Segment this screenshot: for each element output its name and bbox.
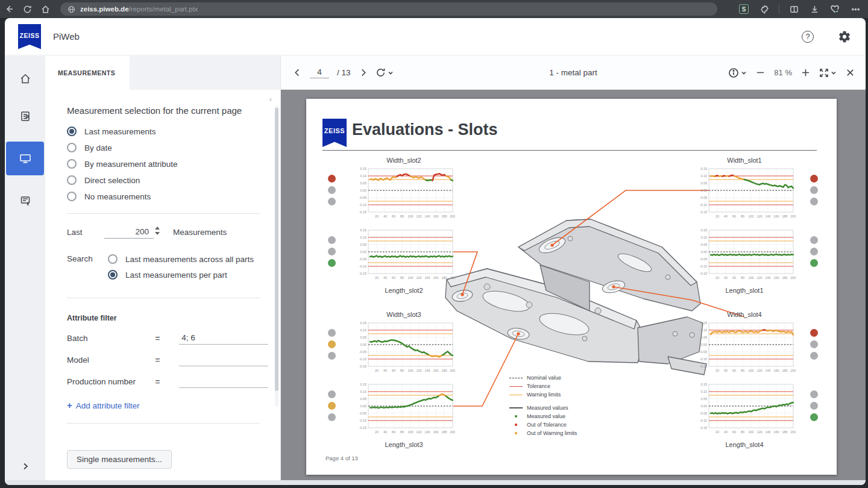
address-bar[interactable]: zeiss.piweb.de/reports/metal_part.ptx [60, 2, 717, 16]
traffic-light-green [810, 259, 818, 267]
browser-refresh-button[interactable] [18, 0, 36, 18]
legend-item: Nominal value [509, 374, 561, 382]
add-attribute-filter-link[interactable]: +Add attribute filter [67, 400, 140, 410]
selection-option[interactable]: Last measurements [67, 127, 268, 136]
svg-text:200: 200 [791, 214, 796, 218]
chevron-down-icon[interactable] [831, 70, 837, 76]
nav-report-edit-icon[interactable] [13, 189, 37, 213]
fit-to-screen-button[interactable] [819, 68, 837, 78]
radio-selected-icon[interactable] [108, 270, 118, 280]
panel-collapse-icon[interactable]: ‹ [269, 95, 272, 104]
model-filter-input[interactable] [179, 354, 268, 366]
refresh-report-button[interactable] [376, 67, 394, 78]
rail-expand-chevron[interactable] [5, 462, 45, 471]
close-report-button[interactable] [846, 68, 855, 77]
chart-width-slot4: Width_slot4204060801001201401601802000.1… [693, 311, 796, 380]
traffic-light-off [328, 236, 336, 244]
browser-menu-icon[interactable] [846, 0, 864, 18]
nav-monitor-icon[interactable] [6, 142, 44, 175]
svg-text:-0.15: -0.15 [359, 426, 366, 430]
svg-text:100: 100 [408, 276, 414, 280]
help-button[interactable]: ? [802, 31, 814, 43]
browser-back-button[interactable] [0, 0, 18, 18]
chevron-down-icon[interactable] [388, 70, 394, 76]
svg-text:20: 20 [375, 214, 379, 218]
radio-selected-icon[interactable] [67, 127, 77, 136]
browser-shield-icon[interactable] [755, 0, 773, 18]
svg-text:120: 120 [757, 369, 763, 372]
page-footer: Page 4 of 13 [326, 455, 358, 461]
svg-text:100: 100 [408, 369, 414, 372]
single-measurements-button[interactable]: Single measurements... [67, 450, 172, 469]
selection-option[interactable]: No measurements [67, 192, 268, 201]
prev-page-button[interactable] [293, 68, 302, 77]
batch-filter-input[interactable]: 4; 6 [179, 332, 268, 345]
svg-text:160: 160 [433, 430, 439, 434]
svg-text:-0.10: -0.10 [700, 264, 707, 268]
last-count-input[interactable]: 200 [104, 226, 154, 239]
extension-s-icon[interactable]: S [735, 0, 753, 18]
radio-unselected-icon[interactable] [108, 254, 118, 264]
traffic-light-off [810, 340, 818, 348]
production-number-filter-input[interactable] [179, 376, 268, 388]
tab-measurements[interactable]: MEASUREMENTS [45, 56, 130, 90]
viewer-toolbar: 4 / 13 1 - metal part [281, 56, 866, 90]
svg-text:200: 200 [450, 369, 456, 372]
legend-swatch-dot-green [509, 415, 523, 418]
svg-text:80: 80 [741, 369, 744, 372]
radio-unselected-icon[interactable] [67, 192, 77, 201]
nav-reports-icon[interactable] [13, 104, 37, 128]
chevron-down-icon[interactable] [741, 70, 747, 76]
svg-text:0.10: 0.10 [701, 328, 708, 332]
search-option[interactable]: Last measurements per part [108, 270, 254, 280]
page-number-input[interactable]: 4 [310, 67, 329, 78]
split-screen-icon[interactable] [785, 0, 803, 18]
legend-item: Measured values [509, 404, 577, 412]
svg-text:0.15: 0.15 [360, 321, 367, 325]
stepper-up-icon[interactable] [155, 227, 160, 230]
nav-home-icon[interactable] [13, 67, 37, 91]
svg-text:-0.10: -0.10 [700, 203, 707, 207]
count-stepper[interactable] [155, 227, 160, 235]
chart-width-slot3: Width_slot3204060801001201401601802000.1… [353, 311, 455, 380]
svg-text:100: 100 [408, 430, 414, 434]
chart-title: Length_slot4 [693, 441, 796, 449]
traffic-light-green [810, 413, 818, 421]
next-page-button[interactable] [359, 68, 368, 77]
svg-text:-0.05: -0.05 [700, 411, 707, 415]
piweb-app-window: ZEISS PiWeb ? [5, 18, 866, 485]
svg-text:140: 140 [425, 369, 430, 372]
selection-option[interactable]: By date [67, 143, 268, 152]
legend-label: Out of Tolerance [527, 422, 567, 428]
browser-home-button[interactable] [36, 0, 54, 18]
radio-unselected-icon[interactable] [67, 175, 77, 185]
traffic-light [328, 390, 336, 421]
svg-text:60: 60 [732, 369, 736, 372]
downloads-icon[interactable] [805, 0, 823, 18]
svg-text:180: 180 [442, 369, 447, 372]
settings-gear-icon[interactable] [838, 30, 851, 43]
attribute-filter-row: Batch = 4; 6 [67, 332, 268, 345]
zoom-out-button[interactable] [756, 68, 765, 77]
radio-unselected-icon[interactable] [67, 159, 77, 169]
svg-text:140: 140 [766, 214, 771, 218]
report-viewer: 4 / 13 1 - metal part [281, 56, 866, 480]
selection-option[interactable]: By measurement attribute [67, 159, 268, 169]
zoom-in-button[interactable] [801, 68, 810, 77]
traffic-light-off [328, 198, 336, 205]
search-option[interactable]: Last measurements across all parts [108, 254, 254, 264]
svg-text:-0.10: -0.10 [359, 357, 366, 361]
legend-limits: Nominal valueToleranceWarning limits [509, 374, 561, 399]
svg-text:-0.15: -0.15 [700, 210, 707, 214]
stepper-down-icon[interactable] [155, 232, 160, 235]
selection-option[interactable]: Direct selection [67, 175, 268, 185]
panel-scrollbar-thumb[interactable] [275, 108, 278, 391]
radio-label: Last measurements [84, 127, 156, 136]
divider [67, 423, 260, 424]
browser-essentials-icon[interactable] [826, 0, 844, 18]
svg-text:0.05: 0.05 [701, 397, 708, 401]
svg-text:0.00: 0.00 [701, 404, 708, 408]
window-footer-strip [5, 480, 866, 485]
radio-unselected-icon[interactable] [67, 143, 77, 152]
info-button[interactable] [728, 67, 747, 78]
